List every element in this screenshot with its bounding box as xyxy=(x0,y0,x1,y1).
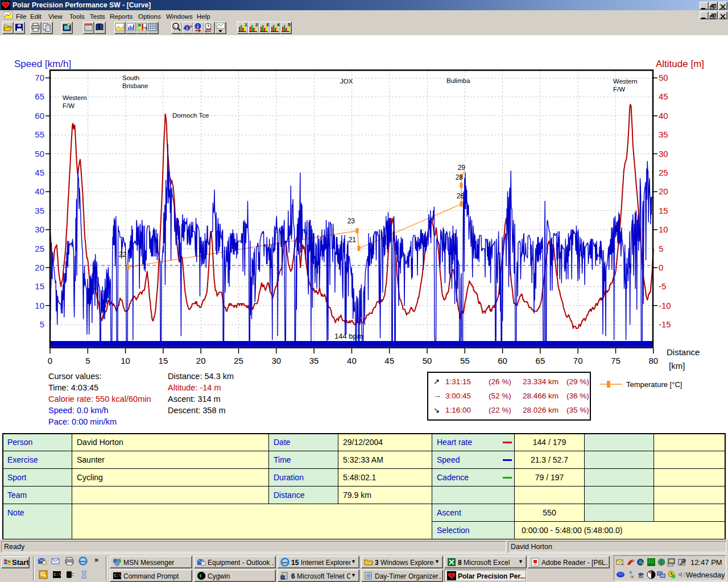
svg-text:70: 70 xyxy=(35,73,44,82)
svg-text:South: South xyxy=(122,74,139,81)
svg-text:Western: Western xyxy=(613,78,638,85)
svg-text:-15: -15 xyxy=(659,319,671,329)
svg-text:35: 35 xyxy=(309,356,319,365)
svg-text:15: 15 xyxy=(35,281,44,291)
svg-text:144 bpm: 144 bpm xyxy=(334,332,363,340)
svg-text:60: 60 xyxy=(35,111,44,120)
svg-text:30: 30 xyxy=(35,225,44,234)
svg-text:50: 50 xyxy=(423,356,432,365)
svg-text:Brisbane: Brisbane xyxy=(122,82,148,89)
svg-text:3: 3 xyxy=(266,22,269,27)
svg-text:Altitude [m]: Altitude [m] xyxy=(656,59,704,69)
svg-text:Dornoch Tce: Dornoch Tce xyxy=(172,112,209,119)
svg-text:30: 30 xyxy=(271,356,281,365)
svg-text:35: 35 xyxy=(659,130,668,139)
svg-text:10: 10 xyxy=(121,356,130,365)
svg-text:10: 10 xyxy=(659,225,668,234)
svg-text:-5: -5 xyxy=(659,281,666,291)
svg-text:29: 29 xyxy=(458,164,466,172)
svg-text:45: 45 xyxy=(659,92,668,101)
svg-text:45: 45 xyxy=(384,356,394,365)
svg-text:40: 40 xyxy=(659,111,668,120)
svg-text:C:\: C:\ xyxy=(54,572,61,577)
svg-text:22: 22 xyxy=(119,251,127,259)
svg-text:26: 26 xyxy=(457,192,465,200)
svg-text:20: 20 xyxy=(659,186,668,196)
svg-text:50: 50 xyxy=(659,73,668,82)
svg-text:21: 21 xyxy=(349,236,357,244)
svg-text:[km]: [km] xyxy=(669,361,685,371)
svg-text:50: 50 xyxy=(35,149,44,159)
svg-text:1:1: 1:1 xyxy=(174,25,179,28)
svg-text:40: 40 xyxy=(347,356,357,365)
svg-text:20: 20 xyxy=(35,263,44,272)
svg-text:20: 20 xyxy=(196,356,206,365)
svg-text:C:\: C:\ xyxy=(114,573,122,578)
svg-text:Temperature [°C]: Temperature [°C] xyxy=(626,380,682,389)
svg-text:5: 5 xyxy=(85,356,90,365)
svg-text:0: 0 xyxy=(48,356,52,365)
svg-text:10: 10 xyxy=(35,301,44,310)
svg-text:75: 75 xyxy=(611,356,621,365)
svg-text:F/W: F/W xyxy=(63,102,75,109)
svg-text:Speed [km/h]: Speed [km/h] xyxy=(14,59,71,69)
svg-text:28: 28 xyxy=(456,173,464,181)
svg-text:25: 25 xyxy=(35,244,44,253)
svg-text:15: 15 xyxy=(159,356,168,365)
svg-text:%: % xyxy=(143,26,147,31)
svg-text:65: 65 xyxy=(536,356,545,365)
svg-text:25: 25 xyxy=(659,168,668,177)
svg-text:-10: -10 xyxy=(659,301,671,310)
svg-text:40: 40 xyxy=(35,186,44,196)
svg-text:Bulimba: Bulimba xyxy=(446,77,470,84)
svg-text:45: 45 xyxy=(35,168,44,177)
svg-text:5: 5 xyxy=(659,244,663,253)
svg-text:70: 70 xyxy=(573,356,583,365)
svg-text:0: 0 xyxy=(659,263,663,272)
svg-text:5: 5 xyxy=(40,319,44,329)
svg-text:4: 4 xyxy=(277,22,280,27)
svg-text:Western: Western xyxy=(63,94,87,101)
svg-text:i: i xyxy=(187,26,188,31)
svg-text:65: 65 xyxy=(35,92,44,101)
svg-text:JOX: JOX xyxy=(340,78,353,85)
svg-text:60: 60 xyxy=(498,356,507,365)
svg-text:Distance: Distance xyxy=(667,347,700,357)
svg-text:55: 55 xyxy=(35,130,44,139)
svg-text:25: 25 xyxy=(234,356,243,365)
svg-text:i: i xyxy=(197,24,199,30)
svg-text:F/W: F/W xyxy=(613,86,625,93)
svg-text:35: 35 xyxy=(35,206,44,215)
svg-text:55: 55 xyxy=(460,356,470,365)
svg-text:15: 15 xyxy=(659,206,668,215)
svg-text:30: 30 xyxy=(659,149,668,159)
svg-text:23: 23 xyxy=(348,217,355,225)
svg-text:1: 1 xyxy=(245,22,247,27)
svg-text:80: 80 xyxy=(648,356,658,365)
svg-text:2: 2 xyxy=(255,22,258,27)
svg-text:5: 5 xyxy=(288,22,291,27)
